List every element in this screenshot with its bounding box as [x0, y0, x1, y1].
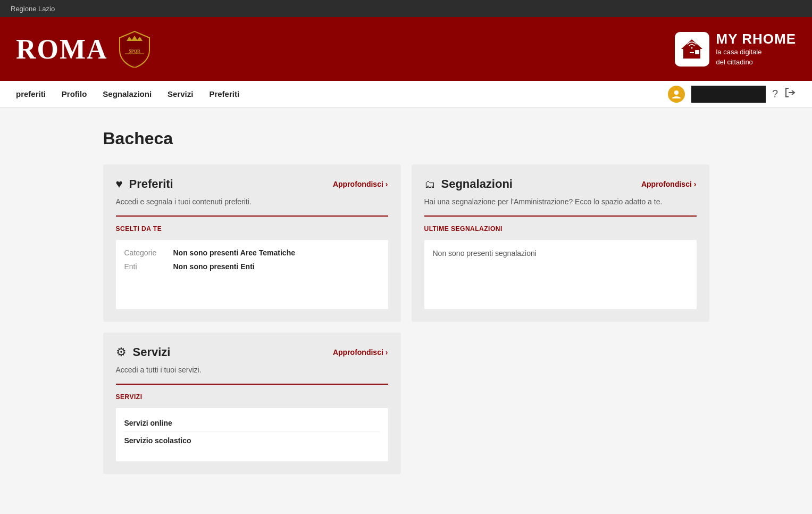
- service-item-scolastico[interactable]: Servizio scolastico: [124, 432, 380, 449]
- myrhome-subtitle: la casa digitale del cittadino: [716, 47, 796, 67]
- card-segnalazioni-desc: Hai una segnalazione per l'Amministrazio…: [424, 197, 697, 206]
- roma-shield-icon: SPQR: [119, 30, 150, 68]
- services-list: Servizi online Servizio scolastico: [116, 408, 388, 461]
- card-preferiti-title-group: ♥ Preferiti: [116, 177, 173, 191]
- gear-icon: ⚙: [116, 345, 127, 359]
- card-segnalazioni: 🗂 Segnalazioni Approfondisci › Hai una s…: [412, 164, 709, 322]
- card-preferiti-section-title: SCELTI DA TE: [116, 225, 388, 233]
- main-content: Bacheca ♥ Preferiti Approfondisci › Acce…: [87, 107, 725, 495]
- roma-logo: ROMA: [16, 34, 108, 65]
- card-preferiti-header: ♥ Preferiti Approfondisci ›: [116, 177, 388, 191]
- help-icon[interactable]: ?: [772, 88, 778, 100]
- card-servizi-desc: Accedi a tutti i tuoi servizi.: [116, 366, 388, 374]
- top-bar: Regione Lazio: [0, 0, 812, 17]
- card-preferiti-link[interactable]: Approfondisci ›: [333, 180, 388, 188]
- nav-right: ?: [668, 86, 796, 103]
- card-servizi: ⚙ Servizi Approfondisci › Accedi a tutti…: [103, 333, 401, 474]
- header: ROMA SPQR MY RHOME: [0, 17, 812, 81]
- clipboard-icon: 🗂: [424, 178, 435, 190]
- card-servizi-link-label: Approfondisci: [333, 348, 383, 357]
- myrhome-house-icon: [675, 32, 709, 67]
- enti-value: Non sono presenti Enti: [173, 262, 255, 271]
- myrhome-title: MY RHOME: [716, 31, 796, 47]
- svg-rect-4: [690, 53, 694, 59]
- card-preferiti-desc: Accedi e segnala i tuoi contenuti prefer…: [116, 197, 388, 206]
- enti-label: Enti: [124, 262, 167, 271]
- nav-links: preferiti Profilo Segnalazioni Servizi P…: [16, 81, 668, 106]
- service-item-online[interactable]: Servizi online: [124, 414, 380, 432]
- card-segnalazioni-section-title: ULTIME SEGNALAZIONI: [424, 225, 697, 233]
- card-servizi-divider: [116, 384, 388, 385]
- chevron-right-icon: ›: [386, 180, 388, 188]
- nav-profilo[interactable]: Profilo: [62, 81, 87, 106]
- svg-text:SPQR: SPQR: [129, 49, 140, 54]
- chevron-right-icon-seg: ›: [694, 180, 697, 188]
- card-segnalazioni-divider: [424, 215, 697, 217]
- card-segnalazioni-header: 🗂 Segnalazioni Approfondisci ›: [424, 177, 697, 191]
- card-segnalazioni-title-group: 🗂 Segnalazioni: [424, 177, 513, 191]
- nav-servizi[interactable]: Servizi: [168, 81, 193, 106]
- svg-rect-5: [695, 50, 699, 54]
- nav-segnalazioni[interactable]: Segnalazioni: [103, 81, 152, 106]
- categorie-label: Categorie: [124, 248, 167, 257]
- logout-icon[interactable]: [784, 87, 796, 101]
- card-servizi-section-title: SERVIZI: [116, 393, 388, 401]
- card-preferiti-body: Categorie Non sono presenti Aree Tematic…: [116, 240, 388, 309]
- nav-bacheca[interactable]: preferiti: [16, 81, 46, 106]
- card-servizi-title-group: ⚙ Servizi: [116, 345, 171, 359]
- card-segnalazioni-body: Non sono presenti segnalazioni: [424, 240, 697, 309]
- categorie-value: Non sono presenti Aree Tematiche: [173, 248, 296, 257]
- svg-point-6: [691, 47, 693, 48]
- card-preferiti: ♥ Preferiti Approfondisci › Accedi e seg…: [103, 164, 401, 322]
- card-preferiti-title: Preferiti: [129, 177, 173, 191]
- card-servizi-title: Servizi: [133, 345, 171, 359]
- card-row-enti: Enti Non sono presenti Enti: [124, 262, 380, 271]
- card-preferiti-link-label: Approfondisci: [333, 180, 383, 188]
- card-servizi-link[interactable]: Approfondisci ›: [333, 348, 388, 357]
- region-label: Regione Lazio: [11, 5, 55, 13]
- card-preferiti-divider: [116, 215, 388, 217]
- card-segnalazioni-link[interactable]: Approfondisci ›: [641, 180, 697, 188]
- svg-point-7: [674, 90, 679, 95]
- username-box: [691, 86, 766, 103]
- chevron-right-icon-srv: ›: [386, 348, 388, 357]
- myrhome-logo: MY RHOME la casa digitale del cittadino: [675, 31, 796, 67]
- user-icon[interactable]: [668, 86, 685, 103]
- card-segnalazioni-link-label: Approfondisci: [641, 180, 692, 188]
- segnalazioni-empty: Non sono presenti segnalazioni: [433, 249, 537, 258]
- nav-preferiti[interactable]: Preferiti: [209, 81, 239, 106]
- header-left: ROMA SPQR: [16, 30, 150, 68]
- card-row-categorie: Categorie Non sono presenti Aree Tematic…: [124, 248, 380, 257]
- page-title: Bacheca: [103, 129, 709, 148]
- nav: preferiti Profilo Segnalazioni Servizi P…: [0, 81, 812, 107]
- card-servizi-header: ⚙ Servizi Approfondisci ›: [116, 345, 388, 359]
- card-segnalazioni-title: Segnalazioni: [441, 177, 513, 191]
- heart-icon: ♥: [116, 177, 123, 191]
- cards-grid: ♥ Preferiti Approfondisci › Accedi e seg…: [103, 164, 709, 474]
- myrhome-text: MY RHOME la casa digitale del cittadino: [716, 31, 796, 67]
